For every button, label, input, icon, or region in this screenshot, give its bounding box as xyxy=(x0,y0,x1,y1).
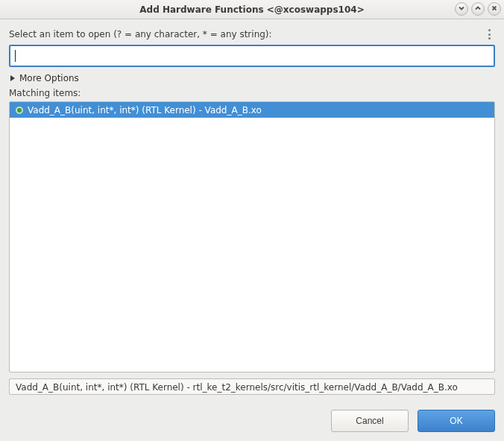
select-label-row: Select an item to open (? = any characte… xyxy=(9,28,495,40)
triangle-right-icon xyxy=(10,75,15,81)
chevron-up-icon xyxy=(474,4,482,14)
more-options-label: More Options xyxy=(19,73,79,83)
maximize-button[interactable] xyxy=(471,2,485,16)
selection-path: Vadd_A_B(uint, int*, int*) (RTL Kernel) … xyxy=(9,378,495,395)
more-options-toggle[interactable]: More Options xyxy=(9,73,495,83)
view-menu-icon[interactable] xyxy=(483,28,495,40)
close-button[interactable] xyxy=(488,2,501,16)
select-item-label: Select an item to open (? = any characte… xyxy=(9,29,272,39)
titlebar-controls xyxy=(455,2,501,16)
dialog-content: Select an item to open (? = any characte… xyxy=(0,19,504,441)
list-item-label: Vadd_A_B(uint, int*, int*) (RTL Kernel) … xyxy=(28,105,262,115)
close-icon xyxy=(491,4,498,14)
window-title: Add Hardware Functions <@xcoswapps104> xyxy=(0,4,504,15)
matching-items-list[interactable]: Vadd_A_B(uint, int*, int*) (RTL Kernel) … xyxy=(9,101,495,372)
minimize-button[interactable] xyxy=(455,2,468,16)
chevron-down-icon xyxy=(458,4,465,14)
filter-input[interactable] xyxy=(16,50,489,62)
ok-button[interactable]: OK xyxy=(418,410,495,432)
list-item[interactable]: Vadd_A_B(uint, int*, int*) (RTL Kernel) … xyxy=(10,102,494,118)
button-row: Cancel OK xyxy=(9,410,495,432)
status-ok-icon xyxy=(16,107,23,114)
filter-input-wrap[interactable] xyxy=(9,45,495,67)
matching-items-label: Matching items: xyxy=(9,88,495,98)
cancel-button[interactable]: Cancel xyxy=(331,410,409,432)
titlebar: Add Hardware Functions <@xcoswapps104> xyxy=(0,0,504,19)
